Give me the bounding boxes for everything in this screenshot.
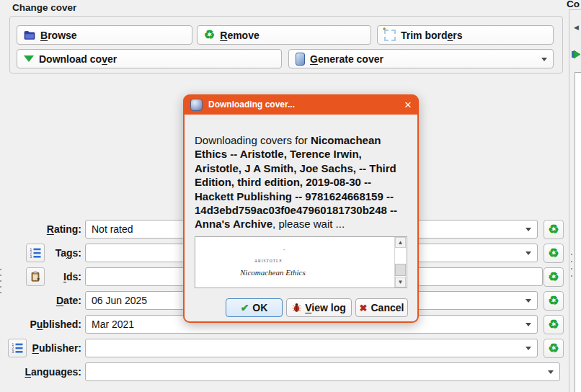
scroll-up-button[interactable]: ▲ xyxy=(395,237,406,248)
scroll-thumb[interactable] xyxy=(395,264,406,276)
downloading-cover-dialog: Downloading cover... × Downloading cover… xyxy=(183,94,419,323)
cover-author-text: ARISTOTLE xyxy=(254,259,283,263)
cross-icon: ✖ xyxy=(360,303,368,313)
date-refresh-button[interactable]: ♻ xyxy=(544,291,564,311)
recycle-icon: ♻ xyxy=(548,342,559,355)
chevron-down-icon[interactable] xyxy=(525,251,531,255)
trim-borders-icon: * xyxy=(384,30,396,41)
cover-result-item[interactable]: - ARISTOTLE Nicomachean Ethics xyxy=(195,237,395,288)
ids-refresh-button[interactable]: ♻ xyxy=(544,267,564,287)
covers-list[interactable]: - ARISTOTLE Nicomachean Ethics ▲ ▼ xyxy=(195,236,407,288)
scrollbar-track[interactable]: ▲ ▼ xyxy=(394,237,407,288)
tags-label: Tags: xyxy=(6,244,81,262)
dialog-titlebar[interactable]: Downloading cover... × xyxy=(183,94,419,115)
close-icon: × xyxy=(404,98,412,112)
folder-icon xyxy=(24,30,35,40)
tags-refresh-button[interactable]: ♻ xyxy=(544,244,564,263)
view-log-button[interactable]: View log xyxy=(286,298,352,317)
cancel-button[interactable]: ✖ Cancel xyxy=(355,298,408,317)
chevron-down-icon xyxy=(541,58,547,61)
dialog-button-row: ✔ OK View log xyxy=(183,298,408,317)
right-panel-border xyxy=(569,9,569,392)
recycle-icon: ♻ xyxy=(204,29,215,41)
triangle-down-icon: ▼ xyxy=(398,280,404,285)
cover-title-text: Nicomachean Ethics xyxy=(240,268,306,277)
languages-combo[interactable] xyxy=(85,362,560,381)
remove-button-label: Remove xyxy=(220,30,259,41)
chevron-down-icon[interactable] xyxy=(548,370,554,374)
change-cover-heading: Change cover xyxy=(12,2,76,13)
right-panel-editor[interactable] xyxy=(575,72,581,392)
cancel-button-label: Cancel xyxy=(371,302,404,313)
right-panel-border-top xyxy=(569,9,581,10)
left-splitter-handle[interactable] xyxy=(0,269,1,293)
browse-button[interactable]: Browse xyxy=(17,25,192,45)
published-value: Mar 2021 xyxy=(92,318,134,330)
generate-cover-button[interactable]: Generate cover xyxy=(288,49,554,68)
rating-value: Not rated xyxy=(92,223,133,235)
chevron-down-icon[interactable] xyxy=(525,323,531,326)
edit-metadata-screen: Change cover Browse ♻ Remove * Trim bord… xyxy=(0,0,581,392)
cover-dash: - xyxy=(283,246,285,252)
date-label: Date: xyxy=(6,291,81,310)
bug-icon xyxy=(292,303,301,313)
ids-label: Ids: xyxy=(6,267,81,286)
right-splitter-handle[interactable] xyxy=(571,254,572,277)
download-cover-button[interactable]: Download cover xyxy=(17,49,282,68)
recycle-icon: ♻ xyxy=(548,271,559,283)
close-button[interactable]: × xyxy=(404,99,412,111)
dialog-title: Downloading cover... xyxy=(208,99,295,110)
recycle-icon: ♻ xyxy=(548,223,559,236)
recycle-icon: ♻ xyxy=(548,318,559,331)
publisher-refresh-button[interactable]: ♻ xyxy=(544,339,564,358)
rating-label: Rating: xyxy=(6,220,81,239)
remove-button[interactable]: ♻ Remove xyxy=(197,25,371,45)
green-arrow-icon[interactable] xyxy=(572,50,581,61)
left-arrow-icon[interactable]: ◀ xyxy=(574,24,579,31)
dialog-message: Downloading covers for Nicomachean Ethic… xyxy=(195,133,407,236)
check-icon: ✔ xyxy=(241,303,249,313)
published-label: Published: xyxy=(6,315,81,334)
languages-label: Languages: xyxy=(6,362,81,381)
published-refresh-button[interactable]: ♻ xyxy=(544,315,564,334)
right-panel-heading: Co xyxy=(567,0,580,9)
generate-cover-button-label: Generate cover xyxy=(310,53,383,65)
chevron-down-icon[interactable] xyxy=(525,228,531,231)
publisher-label: Publisher: xyxy=(6,339,81,357)
date-value: 06 Jun 2025 xyxy=(92,295,147,306)
ok-button-label: OK xyxy=(252,302,267,313)
generate-cover-icon xyxy=(296,53,305,66)
download-arrow-icon xyxy=(24,55,34,62)
recycle-icon: ♻ xyxy=(548,247,559,259)
ok-button[interactable]: ✔ OK xyxy=(226,298,283,317)
rating-refresh-button[interactable]: ♻ xyxy=(544,220,564,239)
publisher-combo[interactable] xyxy=(85,339,538,357)
app-icon xyxy=(190,99,203,111)
view-log-button-label: View log xyxy=(305,302,346,313)
recycle-icon: ♻ xyxy=(548,295,559,307)
chevron-down-icon[interactable] xyxy=(525,347,531,350)
triangle-up-icon: ▲ xyxy=(398,240,404,246)
chevron-down-icon[interactable] xyxy=(525,299,531,303)
download-cover-button-label: Download cover xyxy=(39,53,117,65)
scroll-down-button[interactable]: ▼ xyxy=(395,277,406,288)
browse-button-label: Browse xyxy=(40,30,77,41)
trim-borders-button-label: Trim borders xyxy=(401,30,463,41)
trim-borders-button[interactable]: * Trim borders xyxy=(377,25,554,45)
